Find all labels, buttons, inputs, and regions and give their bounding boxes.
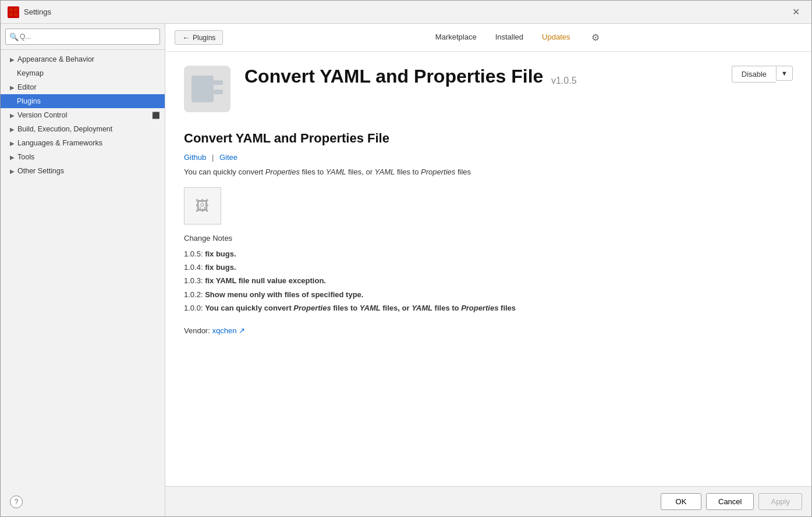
top-bar: ← Plugins Marketplace Installed Updates …	[165, 24, 811, 52]
window-title: Settings	[24, 8, 788, 16]
tab-installed[interactable]: Installed	[495, 30, 523, 45]
github-link[interactable]: Github	[184, 153, 206, 162]
close-button[interactable]: ✕	[788, 4, 804, 20]
note-text: fix bugs.	[205, 249, 236, 258]
change-note-102: 1.0.2: Show menu only with files of spec…	[184, 288, 793, 301]
desc-mid3: files to	[395, 167, 421, 176]
svg-rect-4	[192, 76, 214, 102]
note-yaml1: YAML	[360, 304, 381, 312]
main-content: 🔍 ▶ Appearance & Behavior Keymap ▶ Edito…	[1, 24, 811, 516]
cancel-button[interactable]: Cancel	[706, 493, 754, 510]
desc-yaml1: YAML	[326, 167, 346, 176]
plugin-links: Github | Gitee	[184, 153, 793, 162]
plugin-description: You can quickly convert Properties files…	[184, 166, 793, 178]
sidebar-item-label: Editor	[17, 83, 160, 91]
sidebar-item-other[interactable]: ▶ Other Settings	[1, 164, 165, 178]
sidebar-item-tools[interactable]: ▶ Tools	[1, 150, 165, 164]
chevron-icon: ▶	[10, 112, 15, 119]
chevron-icon: ▶	[10, 140, 15, 147]
note-mid3: files to	[432, 304, 461, 312]
note-version: 1.0.3:	[184, 276, 205, 285]
sidebar-item-label: Appearance & Behavior	[17, 55, 160, 63]
plugin-title-area: Convert YAML and Properties File v1.0.5	[244, 66, 732, 87]
sidebar-item-plugins[interactable]: Plugins	[1, 94, 165, 108]
right-panel: ← Plugins Marketplace Installed Updates …	[165, 24, 811, 516]
desc-properties2: Properties	[421, 167, 455, 176]
sidebar-item-label: Plugins	[17, 97, 160, 105]
settings-window: Settings ✕ 🔍 ▶ Appearance & Behavior Key…	[0, 0, 812, 517]
desc-mid1: files to	[300, 167, 326, 176]
disable-dropdown-button[interactable]: ▼	[776, 66, 793, 81]
note-props1: Properties	[293, 304, 331, 312]
back-arrow-icon: ←	[182, 33, 190, 42]
svg-rect-3	[14, 13, 17, 16]
tab-updates[interactable]: Updates	[542, 30, 570, 45]
note-version: 1.0.5:	[184, 249, 205, 258]
plugin-version: v1.0.5	[551, 76, 577, 85]
note-version: 1.0.2:	[184, 290, 205, 299]
note-text: Show menu only with files of specified t…	[205, 290, 363, 299]
vcs-icon: ⬛	[152, 112, 160, 119]
app-icon	[8, 6, 19, 18]
plugin-body: Convert YAML and Properties File Github …	[184, 126, 793, 335]
tab-marketplace[interactable]: Marketplace	[435, 30, 477, 45]
chevron-icon: ▶	[10, 56, 15, 63]
sidebar-item-appearance[interactable]: ▶ Appearance & Behavior	[1, 52, 165, 66]
search-input[interactable]	[5, 28, 160, 45]
sidebar-item-keymap[interactable]: Keymap	[1, 66, 165, 80]
sidebar-item-label: Version Control	[17, 111, 152, 119]
sidebar-tree: ▶ Appearance & Behavior Keymap ▶ Editor …	[1, 50, 165, 516]
change-note-105: 1.0.5: fix bugs.	[184, 247, 793, 261]
vendor-link[interactable]: xqchen ↗	[212, 326, 245, 335]
plugin-actions: Disable ▼	[732, 66, 793, 83]
title-bar: Settings ✕	[1, 1, 811, 24]
chevron-icon: ▶	[10, 168, 15, 174]
plugin-header: Convert YAML and Properties File v1.0.5 …	[184, 66, 793, 112]
note-mid2: files, or	[381, 304, 412, 312]
change-note-103: 1.0.3: fix YAML file null value exceptio…	[184, 274, 793, 287]
desc-yaml2: YAML	[375, 167, 395, 176]
chevron-icon: ▶	[10, 84, 15, 91]
desc-properties1: Properties	[265, 167, 300, 176]
note-version: 1.0.0:	[184, 304, 205, 312]
desc-suffix: files	[455, 167, 471, 176]
change-note-100: 1.0.0: You can quickly convert Propertie…	[184, 301, 793, 315]
gear-icon[interactable]: ⚙	[589, 30, 602, 45]
note-mid1: files to	[331, 304, 360, 312]
sidebar-item-build[interactable]: ▶ Build, Execution, Deployment	[1, 122, 165, 136]
plugin-subtitle: Convert YAML and Properties File	[184, 131, 793, 146]
desc-mid2: files, or	[346, 167, 374, 176]
note-text: fix bugs.	[205, 263, 236, 272]
note-text: fix YAML file null value exception.	[205, 276, 326, 285]
note-text-prefix: You can quickly convert	[205, 304, 293, 312]
chevron-icon: ▶	[10, 126, 15, 133]
sidebar-item-editor[interactable]: ▶ Editor	[1, 80, 165, 94]
bottom-bar: ? OK Cancel Apply	[165, 486, 811, 516]
back-button[interactable]: ← Plugins	[175, 30, 223, 45]
vendor-label: Vendor:	[184, 326, 210, 335]
plugin-screenshot: 🖼	[184, 187, 221, 224]
change-notes-list: 1.0.5: fix bugs. 1.0.4: fix bugs. 1.0.3:…	[184, 247, 793, 315]
ok-button[interactable]: OK	[661, 493, 701, 510]
image-icon: 🖼	[196, 198, 210, 214]
note-props2: Properties	[461, 304, 498, 312]
search-box: 🔍	[1, 24, 165, 50]
sidebar-item-version-control[interactable]: ▶ Version Control ⬛	[1, 108, 165, 122]
search-icon: 🔍	[9, 33, 19, 41]
sidebar-item-label: Other Settings	[17, 167, 160, 175]
gitee-link[interactable]: Gitee	[219, 153, 237, 162]
link-separator: |	[212, 153, 216, 162]
sidebar: 🔍 ▶ Appearance & Behavior Keymap ▶ Edito…	[1, 24, 165, 516]
chevron-icon: ▶	[10, 154, 15, 161]
sidebar-item-languages[interactable]: ▶ Languages & Frameworks	[1, 136, 165, 150]
svg-rect-2	[9, 13, 13, 16]
change-notes-title: Change Notes	[184, 234, 793, 243]
disable-button[interactable]: Disable	[732, 66, 776, 83]
tab-nav: Marketplace Installed Updates ⚙	[235, 30, 802, 45]
plugin-title: Convert YAML and Properties File	[244, 66, 543, 87]
svg-rect-6	[214, 90, 223, 94]
back-label: Plugins	[193, 34, 215, 42]
svg-rect-1	[14, 8, 17, 12]
apply-button[interactable]: Apply	[758, 493, 802, 510]
svg-rect-0	[9, 8, 13, 12]
